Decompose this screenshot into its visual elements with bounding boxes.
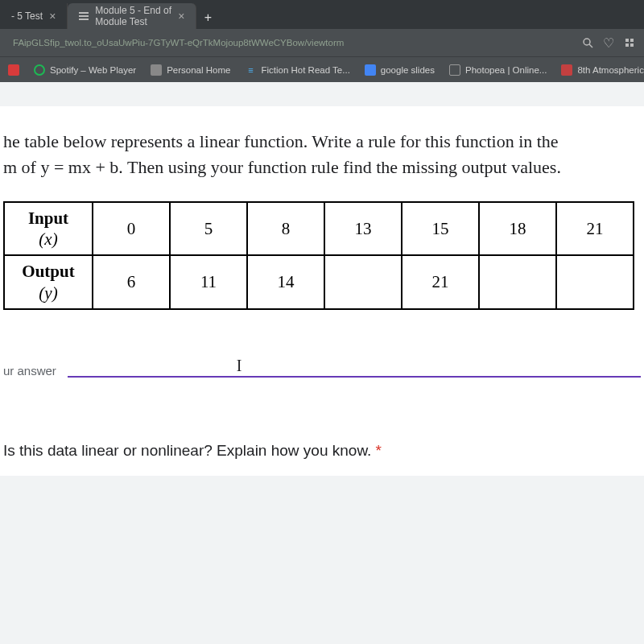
bookmark-item[interactable]: [8, 64, 19, 76]
home-icon: [151, 64, 162, 76]
svg-rect-6: [630, 39, 634, 42]
tab-title: - 5 Test: [11, 10, 43, 22]
url-bar-row: FAipGLSfip_twol.to_oUsaUwPiu-7GTyWT-eQrT…: [0, 29, 644, 56]
browser-tab-other[interactable]: - 5 Test ×: [0, 3, 68, 29]
output-cell: 21: [402, 255, 479, 309]
svg-rect-0: [79, 12, 89, 14]
next-question-text: Is this data linear or nonlinear? Explai…: [3, 442, 641, 460]
row-header-var: (x): [13, 229, 84, 250]
close-icon[interactable]: ×: [49, 10, 56, 23]
row-header-var: (y): [13, 283, 84, 303]
list-icon: [79, 10, 89, 22]
bookmark-google-slides[interactable]: google slides: [365, 64, 435, 76]
input-cell: 21: [556, 202, 634, 256]
input-cell: 5: [170, 202, 247, 256]
function-table: Input (x) 0 5 8 13 15 18 21 Output (y): [3, 201, 634, 310]
bookmark-label: 8th Atmospheric P...: [577, 65, 644, 75]
form-question-card: he table below represents a linear funct…: [0, 106, 644, 476]
photopea-icon: [449, 64, 460, 76]
bookmark-label: Spotify – Web Player: [50, 65, 136, 75]
spotify-icon: [34, 64, 45, 76]
output-cell: 6: [93, 255, 170, 309]
table-row-output: Output (y) 6 11 14 21: [4, 255, 634, 309]
row-header-output: Output (y): [4, 255, 93, 309]
bookmark-fiction[interactable]: ≡ Fiction Hot Read Te...: [245, 64, 349, 76]
answer-input-row: ur answer I: [3, 358, 641, 378]
question-line: he table below represents a linear funct…: [3, 131, 559, 151]
bookmark-atmospheric[interactable]: 8th Atmospheric P...: [561, 64, 644, 76]
row-header-input: Input (x): [4, 202, 93, 256]
svg-line-4: [589, 44, 592, 47]
input-cell: 15: [402, 202, 479, 256]
new-tab-button[interactable]: +: [196, 6, 219, 29]
tab-title: Module 5 - End of Module Test: [95, 5, 171, 27]
browser-window: - 5 Test × Module 5 - End of Module Test…: [0, 0, 644, 644]
output-cell: 14: [247, 255, 324, 309]
bookmark-label: google slides: [381, 65, 435, 75]
table-row-input: Input (x) 0 5 8 13 15 18 21: [4, 202, 634, 256]
browser-tab-active[interactable]: Module 5 - End of Module Test ×: [68, 3, 196, 29]
bookmark-spotify[interactable]: Spotify – Web Player: [34, 64, 136, 76]
bookmark-label: Photopea | Online...: [465, 65, 547, 75]
svg-point-3: [584, 39, 590, 45]
svg-rect-7: [625, 43, 629, 47]
row-header-label: Input: [28, 208, 68, 228]
heart-icon[interactable]: ♡: [602, 36, 615, 49]
slides-icon: [365, 64, 376, 76]
row-header-label: Output: [22, 262, 74, 281]
doc-icon: [561, 64, 572, 76]
address-bar[interactable]: FAipGLSfip_twol.to_oUsaUwPiu-7GTyWT-eQrT…: [8, 38, 573, 47]
bookmark-personal-home[interactable]: Personal Home: [151, 64, 230, 76]
output-cell: [479, 255, 556, 309]
bookmark-label: Fiction Hot Read Te...: [261, 65, 349, 75]
answer-input[interactable]: I: [68, 358, 641, 378]
text-cursor-icon: I: [237, 357, 242, 375]
next-question-body: Is this data linear or nonlinear? Explai…: [3, 442, 371, 459]
answer-label: ur answer: [3, 364, 56, 378]
svg-rect-8: [630, 43, 634, 47]
question-line: m of y = mx + b. Then using your functio…: [3, 157, 561, 177]
svg-rect-5: [625, 39, 629, 42]
tab-bar: - 5 Test × Module 5 - End of Module Test…: [0, 0, 644, 29]
bookmark-photopea[interactable]: Photopea | Online...: [449, 64, 547, 76]
input-cell: 18: [479, 202, 556, 256]
input-cell: 0: [93, 202, 170, 256]
extension-icon[interactable]: [623, 36, 636, 49]
output-cell: [556, 255, 634, 309]
bookmark-label: Personal Home: [167, 65, 230, 75]
content-viewport: he table below represents a linear funct…: [0, 82, 644, 644]
svg-rect-1: [79, 15, 89, 17]
input-cell: 8: [247, 202, 324, 256]
input-cell: 13: [324, 202, 402, 256]
book-icon: ≡: [245, 64, 256, 76]
output-cell: [324, 255, 402, 309]
question-text: he table below represents a linear funct…: [3, 129, 641, 180]
svg-rect-2: [79, 19, 89, 20]
output-cell: 11: [170, 255, 247, 309]
bookmark-favicon-icon: [8, 64, 19, 76]
required-star-icon: *: [376, 442, 382, 459]
bookmark-bar: Spotify – Web Player Personal Home ≡ Fic…: [0, 56, 644, 82]
search-icon[interactable]: [581, 36, 594, 49]
close-icon[interactable]: ×: [178, 10, 184, 23]
